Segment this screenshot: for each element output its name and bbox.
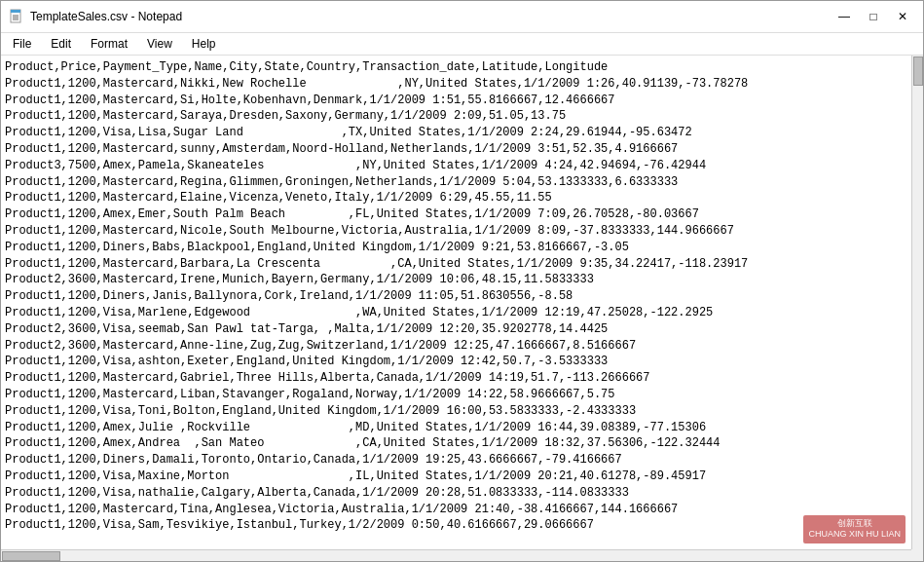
title-bar-left: TemplateSales.csv - Notepad bbox=[9, 9, 182, 24]
notepad-window: TemplateSales.csv - Notepad — □ ✕ File E… bbox=[0, 0, 924, 562]
menu-view[interactable]: View bbox=[139, 35, 180, 53]
svg-rect-1 bbox=[11, 10, 20, 13]
content-area[interactable]: Product,Price,Payment_Type,Name,City,Sta… bbox=[1, 56, 923, 561]
horizontal-scrollbar-thumb[interactable] bbox=[2, 551, 60, 561]
text-editor[interactable]: Product,Price,Payment_Type,Name,City,Sta… bbox=[1, 56, 911, 549]
vertical-scrollbar-thumb[interactable] bbox=[913, 56, 923, 86]
window-controls: — □ ✕ bbox=[832, 7, 915, 26]
title-bar: TemplateSales.csv - Notepad — □ ✕ bbox=[1, 1, 923, 33]
menu-help[interactable]: Help bbox=[184, 35, 224, 53]
horizontal-scrollbar[interactable] bbox=[1, 549, 911, 561]
menu-edit[interactable]: Edit bbox=[43, 35, 79, 53]
close-button[interactable]: ✕ bbox=[890, 7, 915, 26]
vertical-scrollbar[interactable] bbox=[911, 56, 923, 549]
notepad-icon bbox=[9, 9, 24, 24]
minimize-button[interactable]: — bbox=[832, 7, 857, 26]
window-title: TemplateSales.csv - Notepad bbox=[30, 10, 182, 23]
scrollbar-corner bbox=[911, 549, 923, 561]
menu-bar: File Edit Format View Help bbox=[1, 33, 923, 56]
menu-format[interactable]: Format bbox=[83, 35, 135, 53]
menu-file[interactable]: File bbox=[5, 35, 39, 53]
maximize-button[interactable]: □ bbox=[861, 7, 886, 26]
